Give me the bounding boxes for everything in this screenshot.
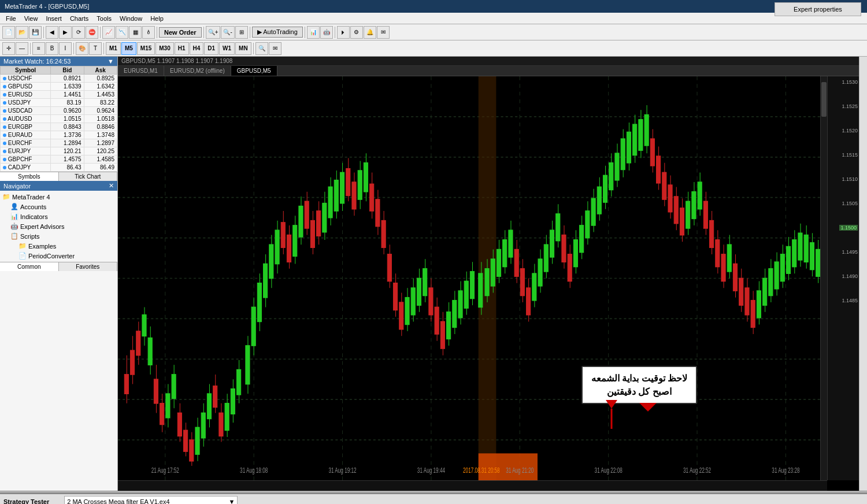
nav-item-periodconverter[interactable]: 📄 PeriodConverter (16, 251, 117, 261)
chart-tab-eurusd-m2[interactable]: EURUSD,M2 (offline) (164, 66, 231, 76)
tf-m15[interactable]: M15 (137, 42, 155, 55)
chart-new-btn[interactable]: 📈 (102, 26, 115, 39)
chart-bar-btn[interactable]: ▦ (129, 26, 142, 39)
annotation-line2: اصبح كل دقيقتين (591, 386, 687, 397)
nav-close-icon[interactable]: ✕ (109, 182, 114, 190)
market-watch-row[interactable]: CADJPY 86.43 86.49 (1, 164, 117, 172)
nav-item-scripts[interactable]: 📋 Scripts (8, 231, 117, 241)
svg-text:31 Aug 19:44: 31 Aug 19:44 (417, 466, 445, 474)
svg-rect-215 (703, 201, 707, 228)
menu-file[interactable]: File (2, 14, 20, 23)
email-btn[interactable]: ✉ (377, 26, 390, 39)
market-watch-row[interactable]: GBPCHF 1.4575 1.4585 (1, 155, 117, 164)
svg-rect-185 (615, 153, 619, 180)
fwd-btn[interactable]: ▶ (59, 26, 72, 39)
nav-item-accounts[interactable]: 👤 Accounts (8, 202, 117, 212)
tf-m30[interactable]: M30 (155, 42, 173, 55)
autotrading-button[interactable]: ▶ AutoTrading (252, 27, 303, 38)
menu-window[interactable]: Window (116, 14, 146, 23)
chart-main[interactable]: 21 Aug 17:52 31 Aug 18:08 31 Aug 19:12 3… (118, 76, 859, 491)
menu-tools[interactable]: Tools (93, 14, 115, 23)
menu-view[interactable]: View (21, 14, 42, 23)
bold-btn[interactable]: B (46, 42, 58, 55)
nav-item-experts[interactable]: 🤖 Expert Advisors (8, 221, 117, 231)
tf-d1[interactable]: D1 (204, 42, 218, 55)
text-btn[interactable]: T (89, 42, 102, 55)
chart-tab-gbpusd-m5[interactable]: GBPUSD,M5 (231, 66, 277, 76)
search-btn[interactable]: 🔍 (255, 42, 268, 55)
back-btn[interactable]: ◀ (46, 26, 58, 39)
nav-item-metatrader4[interactable]: 📁 MetaTrader 4 (0, 192, 117, 202)
expert-properties-button[interactable]: Expert properties (775, 2, 861, 16)
period-btn[interactable]: ≡ (32, 42, 45, 55)
nav-item-examples[interactable]: 📁 Examples (16, 241, 117, 251)
mw-tab-tick[interactable]: Tick Chart (59, 172, 118, 181)
nav-tab-favorites[interactable]: Favorites (59, 262, 118, 271)
market-watch-row[interactable]: EURUSD 1.4451 1.4453 (1, 91, 117, 99)
experts-btn[interactable]: 🤖 (320, 26, 333, 39)
svg-rect-187 (621, 139, 625, 169)
line-btn[interactable]: — (16, 42, 28, 55)
play-btn[interactable]: ⏵ (337, 26, 350, 39)
chart-scrollbar-v[interactable] (820, 76, 827, 480)
config-btn[interactable]: ⚙ (350, 26, 363, 39)
market-watch-row[interactable]: AUDUSD 1.0515 1.0518 (1, 115, 117, 123)
svg-rect-61 (246, 346, 250, 384)
svg-rect-21 (124, 375, 128, 394)
tf-m1[interactable]: M1 (106, 42, 121, 55)
alerts-btn[interactable]: 🔔 (364, 26, 376, 39)
new-file-btn[interactable]: 📄 (2, 26, 15, 39)
market-watch-row[interactable]: GBPUSD 1.6339 1.6342 (1, 83, 117, 91)
indicators-btn[interactable]: 📊 (307, 26, 320, 39)
nav-tab-common[interactable]: Common (0, 262, 59, 271)
color-btn[interactable]: 🎨 (76, 42, 88, 55)
tf-h4[interactable]: H4 (190, 42, 204, 55)
nav-item-indicators[interactable]: 📊 Indicators (8, 212, 117, 221)
open-btn[interactable]: 📂 (16, 26, 28, 39)
chart-tab-eurusd-m1[interactable]: EURUSD,M1 (118, 66, 164, 76)
market-watch-row[interactable]: EURJPY 120.21 120.25 (1, 147, 117, 155)
folder-icon: 📁 (2, 193, 10, 201)
ea-value: 2 MA Crosses Mega filter EA V1.ex4 (67, 498, 169, 504)
tf-mn[interactable]: MN (235, 42, 251, 55)
save-btn[interactable]: 💾 (29, 26, 42, 39)
examples-label: Examples (28, 243, 56, 250)
market-watch-row[interactable]: EURGBP 0.8843 0.8846 (1, 123, 117, 131)
chart-line-btn[interactable]: 📉 (116, 26, 128, 39)
market-watch-row[interactable]: USDCAD 0.9620 0.9624 (1, 107, 117, 115)
market-watch-row[interactable]: USDJPY 83.19 83.22 (1, 99, 117, 107)
symbol-cell: EURAUD (1, 131, 51, 139)
svg-rect-75 (287, 235, 291, 262)
navigator-title: Navigator (3, 183, 31, 190)
menu-charts[interactable]: Charts (66, 14, 92, 23)
market-watch-row[interactable]: EURCHF 1.2894 1.2897 (1, 139, 117, 147)
reload-btn[interactable]: ⟳ (72, 26, 85, 39)
menu-insert[interactable]: Insert (42, 14, 65, 23)
tf-h1[interactable]: H1 (175, 42, 189, 55)
chart-candle-btn[interactable]: 🕯 (142, 26, 155, 39)
tf-w1[interactable]: W1 (219, 42, 235, 55)
file-icon: 📄 (18, 252, 27, 260)
zoom-in-btn[interactable]: 🔍+ (206, 26, 221, 39)
price-label-8: 1.1490 (842, 273, 858, 279)
email2-btn[interactable]: ✉ (269, 42, 281, 55)
symbol-cell: EURUSD (1, 91, 51, 99)
expert-advisor-dropdown[interactable]: 2 MA Crosses Mega filter EA V1.ex4 ▼ (64, 496, 238, 504)
annotation-box: لاحظ توقيت بداية الشمعه اصبح كل دقيقتين (581, 366, 697, 404)
menu-help[interactable]: Help (147, 14, 167, 23)
italic-btn[interactable]: I (59, 42, 72, 55)
scrollbar-thumb-v[interactable] (821, 82, 827, 117)
nav-tree: 📁 MetaTrader 4 👤 Accounts 📊 Indicators 🤖 (0, 191, 117, 262)
market-watch-row[interactable]: USDCHF 0.8921 0.8925 (1, 75, 117, 83)
mw-tab-symbols[interactable]: Symbols (0, 172, 59, 181)
crosshair-btn[interactable]: ✛ (2, 42, 15, 55)
svg-marker-265 (606, 400, 617, 409)
status-dot (3, 109, 6, 113)
new-order-button[interactable]: New Order (159, 27, 202, 38)
stop-btn[interactable]: ⛔ (86, 26, 98, 39)
zoom-out-btn[interactable]: 🔍- (221, 26, 234, 39)
market-watch-row[interactable]: EURAUD 1.3736 1.3748 (1, 131, 117, 139)
mw-collapse-icon[interactable]: ▼ (108, 58, 114, 65)
tf-m5[interactable]: M5 (121, 42, 136, 55)
chart-properties-btn[interactable]: ⊞ (235, 26, 248, 39)
